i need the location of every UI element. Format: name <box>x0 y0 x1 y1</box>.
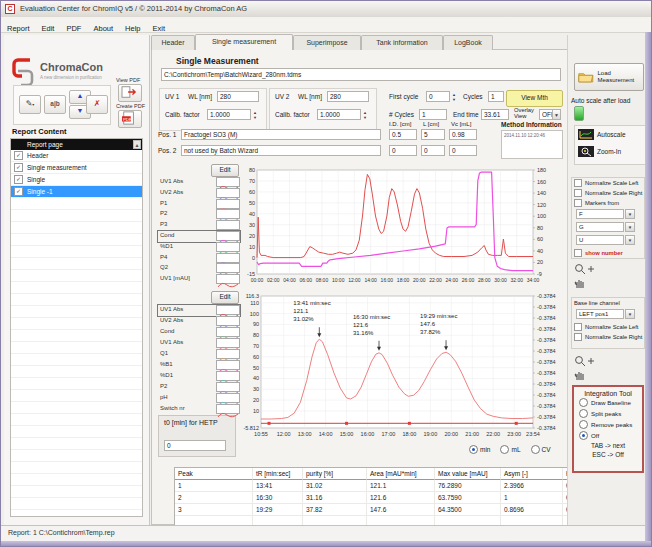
id-input-1[interactable]: 0.5 <box>389 129 417 140</box>
legend-curve-swatch-icon[interactable] <box>216 404 240 414</box>
legend-curve-swatch-icon[interactable] <box>216 199 240 209</box>
dropdown-icon[interactable]: ▼ <box>625 209 635 219</box>
menu-edit[interactable]: Edit <box>36 22 61 35</box>
integration-radio-remove-peaks[interactable]: Remove peaks <box>574 419 642 430</box>
edit-pen-button[interactable]: ✎▾ <box>19 95 41 114</box>
legend-top-item-uv1abs[interactable]: UV1 Abs <box>158 177 240 188</box>
row-checkbox-icon[interactable]: ✓ <box>14 175 23 184</box>
legend-bottom-item-ph[interactable]: pH <box>158 393 240 404</box>
radio-icon[interactable] <box>579 420 588 429</box>
menu-about[interactable]: About <box>87 22 119 35</box>
legend-curve-swatch-icon[interactable] <box>216 274 240 284</box>
unit-radio-cv[interactable]: CV <box>531 445 551 454</box>
overview-chart[interactable]: 00:0002:0004:0006:0008:0010:0012:0014:00… <box>239 165 561 289</box>
list-scroll-up-icon[interactable]: ▲ <box>133 140 141 149</box>
legend-curve-swatch-icon[interactable] <box>216 231 240 241</box>
t0-input[interactable]: 0 <box>164 440 226 451</box>
peak-table-header-cell[interactable]: tR [min:sec] <box>253 468 303 480</box>
legend-bottom-item-cond[interactable]: Cond <box>158 327 240 338</box>
checkbox-icon[interactable] <box>574 249 582 257</box>
legend-top-item-d1[interactable]: %D1 <box>158 242 240 253</box>
radio-icon[interactable] <box>500 445 509 454</box>
legend-curve-swatch-icon[interactable] <box>216 177 240 187</box>
legend-bottom-item-switchnr[interactable]: Switch nr <box>158 404 240 415</box>
integration-radio-split-peaks[interactable]: Split peaks <box>574 408 642 419</box>
legend-top-item-uv1mau[interactable]: UV1 [mAU] <box>158 274 240 285</box>
menu-pdf[interactable]: PDF <box>60 22 87 35</box>
marker-select-value[interactable]: G <box>576 222 624 232</box>
rename-button[interactable]: a|b <box>44 95 66 114</box>
baseline-channel-value[interactable]: LEFT pos1 <box>576 309 624 319</box>
checkbox-normalize-scale-left[interactable]: Normalize Scale Left <box>572 178 644 188</box>
peak-table-row[interactable]: 319:2937.82147.664.35000.86960.00756134 <box>175 504 603 516</box>
create-pdf-button[interactable]: PDF <box>118 110 142 128</box>
legend-top-item-p4[interactable]: P4 <box>158 253 240 264</box>
legend-top-item-cond[interactable]: Cond <box>158 231 240 242</box>
pan-hand-tool[interactable] <box>574 277 586 291</box>
integration-radio-off[interactable]: Off <box>574 430 642 441</box>
num-cycles-input[interactable]: 1 <box>419 109 447 120</box>
title-bar[interactable]: C Evaluation Center for ChromIQ v5 / © 2… <box>1 1 651 18</box>
legend-curve-swatch-icon[interactable] <box>216 349 240 359</box>
report-page-row[interactable]: ✓Header <box>11 150 142 162</box>
cycles-input[interactable]: 1 <box>488 91 504 102</box>
legend-bottom-item-uv1abs[interactable]: UV1 Abs <box>158 338 240 349</box>
auto-scale-toggle[interactable] <box>574 106 584 121</box>
menu-report[interactable]: Report <box>1 22 36 35</box>
unit-radio-min[interactable]: min <box>469 445 490 454</box>
dropdown-icon[interactable]: ▼ <box>625 235 635 245</box>
report-page-row[interactable]: ✓Single <box>11 174 142 186</box>
end-time-input[interactable]: 33.61 <box>481 109 509 120</box>
view-pdf-button[interactable] <box>118 84 142 102</box>
peak-table-row[interactable]: 216:3031.16121.663.759010.00517979 <box>175 492 603 504</box>
radio-icon[interactable] <box>579 398 588 407</box>
dropdown-icon[interactable]: ▼ <box>625 222 635 232</box>
radio-icon[interactable] <box>579 431 588 440</box>
vc-input-2[interactable]: 0 <box>449 145 477 156</box>
checkbox-markers-from[interactable]: Markers from <box>572 198 644 208</box>
uv1-calib-spinner[interactable]: ▲▼ <box>251 110 259 120</box>
legend-curve-swatch-icon[interactable] <box>216 188 240 198</box>
tab-tank-information[interactable]: Tank information <box>361 35 443 50</box>
radio-icon[interactable] <box>469 445 478 454</box>
autoscale-button[interactable]: Autoscale <box>575 126 645 143</box>
legend-curve-swatch-icon[interactable] <box>216 371 240 381</box>
radio-icon[interactable] <box>579 409 588 418</box>
legend-top-item-p1[interactable]: P1 <box>158 199 240 210</box>
overlay-dropdown-icon[interactable]: ▼ <box>552 109 561 120</box>
legend-curve-swatch-icon[interactable] <box>216 382 240 392</box>
uv2-calib-input[interactable]: 1.0000 <box>317 109 361 120</box>
peak-table-header-cell[interactable]: Peak <box>175 468 253 480</box>
marker-select-value[interactable]: F <box>576 209 624 219</box>
tab-header[interactable]: Header <box>151 35 195 50</box>
unit-radio-ml[interactable]: mL <box>500 445 520 454</box>
marker-select-g[interactable]: G▼ <box>574 222 642 234</box>
peak-table-header-cell[interactable]: purity [%] <box>303 468 367 480</box>
uv2-wl-input[interactable]: 280 <box>327 91 369 102</box>
menu-help[interactable]: Help <box>119 22 146 35</box>
l-input-1[interactable]: 5 <box>421 129 445 140</box>
checkbox-icon[interactable] <box>574 179 582 187</box>
radio-icon[interactable] <box>531 445 540 454</box>
legend-curve-swatch-icon[interactable] <box>216 253 240 263</box>
checkbox-icon[interactable] <box>574 199 582 207</box>
legend-curve-swatch-icon[interactable] <box>216 242 240 252</box>
tab-single-measurement[interactable]: Single measurement <box>195 34 293 50</box>
checkbox-icon[interactable] <box>574 189 582 197</box>
id-input-2[interactable]: 0 <box>389 145 417 156</box>
marker-select-f[interactable]: F▼ <box>574 209 642 221</box>
peak-table-header-cell[interactable]: Area [mAU*min] <box>367 468 435 480</box>
pan-hand-tool-2[interactable] <box>574 369 586 383</box>
view-mth-button[interactable]: View Mth <box>506 90 563 107</box>
legend-curve-swatch-icon[interactable] <box>216 220 240 230</box>
marker-select-value[interactable]: U <box>576 235 624 245</box>
legend-bottom-item-d1[interactable]: %D1 <box>158 371 240 382</box>
edit-top-legend-button[interactable]: Edit <box>211 164 239 177</box>
report-page-row[interactable]: ✓Single -1 <box>11 186 142 198</box>
checkbox-normalize-scale-left[interactable]: Normalize Scale Left <box>572 322 644 332</box>
legend-curve-swatch-icon[interactable] <box>216 316 240 326</box>
uv2-calib-spinner[interactable]: ▲▼ <box>361 110 369 120</box>
legend-top-item-q2[interactable]: Q2 <box>158 263 240 274</box>
marker-select-u[interactable]: U▼ <box>574 235 642 247</box>
legend-curve-swatch-icon[interactable] <box>216 393 240 403</box>
